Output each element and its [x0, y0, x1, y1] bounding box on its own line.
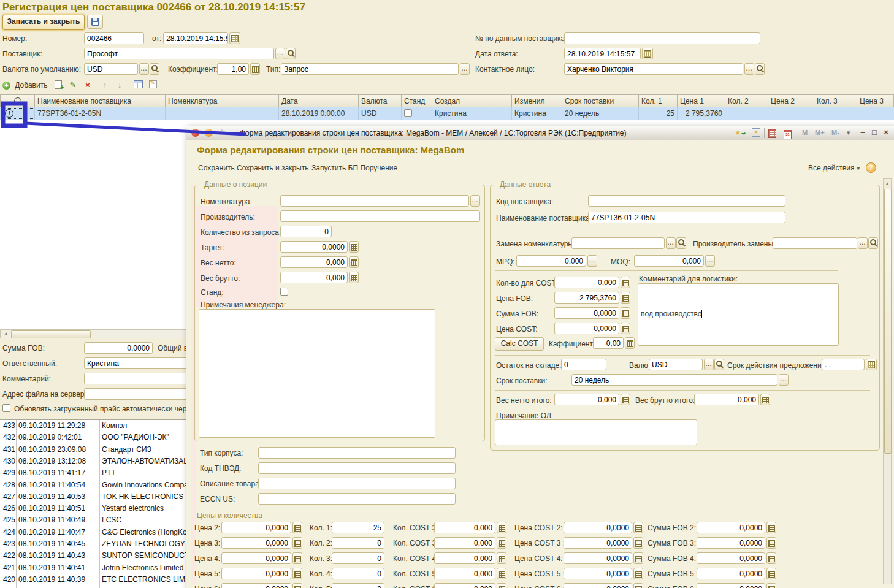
column-header[interactable]: Цена 3 [857, 94, 894, 107]
price-cost-n-input[interactable]: 0,0000 [564, 537, 632, 549]
gross-weight-calc-button[interactable] [349, 272, 359, 283]
price-n-input[interactable]: 0,0000 [221, 522, 291, 533]
calendar-31-icon[interactable]: 31 [784, 129, 792, 139]
qty-cost-n-input[interactable]: 0,000 [434, 583, 495, 588]
cmd-save-close[interactable]: Сохранить и закрыть [237, 164, 308, 172]
moq-input[interactable]: 0,000 [634, 255, 704, 267]
supplier-code-input[interactable] [588, 195, 785, 207]
qty-request-input[interactable]: 0 [280, 226, 332, 237]
currency-search-button[interactable] [150, 63, 159, 75]
calc-button[interactable] [292, 583, 302, 588]
calc-button[interactable] [292, 537, 302, 549]
stand-checkbox[interactable] [280, 288, 288, 296]
calc-button[interactable] [633, 552, 643, 564]
price-n-input[interactable]: 0,0000 [221, 552, 291, 564]
nomenclature-input[interactable] [280, 195, 469, 207]
supplier-search-button[interactable] [286, 48, 296, 59]
calc-button[interactable] [292, 568, 302, 579]
nomenclature-select-button[interactable]: ... [470, 195, 480, 207]
qty-cost-n-input[interactable]: 0,000 [434, 568, 495, 579]
manager-notes-textarea[interactable] [199, 309, 435, 438]
sum-fob-n-input[interactable]: 0,0000 [697, 568, 765, 579]
column-header[interactable]: Наименование поставщика [35, 94, 166, 107]
delivery-select-button[interactable]: ... [779, 374, 789, 386]
qty-n-input[interactable]: 0 [332, 583, 384, 588]
coeff-input[interactable]: 1,00 [217, 63, 249, 75]
calc-button[interactable] [766, 522, 776, 533]
doc-date-calendar-button[interactable] [229, 32, 240, 44]
supplier-name-input[interactable]: 77SPT36-01-2-05N [588, 212, 785, 223]
menu-chevron-icon[interactable]: ▾ [847, 129, 850, 137]
calc-button[interactable] [633, 522, 643, 533]
price-list-row[interactable]: 42708.10.2019 11:40:53TOK HK ELECTRONICS [0, 491, 188, 503]
answer-date-input[interactable]: 28.10.2019 14:15:57 [564, 48, 641, 59]
help-button[interactable]: ? [866, 162, 876, 173]
descr-input[interactable] [258, 478, 456, 489]
offer-valid-calendar-button[interactable] [866, 359, 877, 370]
moq-select-button[interactable]: ... [705, 255, 715, 267]
price-list-row[interactable]: 42908.10.2019 11:41:17PTT [0, 467, 188, 479]
add-button[interactable]: + Добавить [2, 81, 47, 92]
qty-cost-n-input[interactable]: 0,000 [434, 522, 495, 533]
calc-button[interactable] [633, 537, 643, 549]
price-fob-calc-button[interactable] [621, 292, 630, 304]
delivery-input[interactable]: 20 недель [571, 374, 777, 386]
close-button[interactable]: × [881, 128, 892, 137]
qty-n-input[interactable]: 0 [332, 568, 384, 579]
calc-button[interactable] [497, 568, 506, 579]
calc-button[interactable] [497, 537, 506, 549]
case-type-input[interactable] [258, 447, 456, 459]
number-input[interactable]: 002466 [84, 32, 144, 44]
auto-update-checkbox[interactable] [2, 404, 10, 412]
op-note-textarea[interactable] [495, 419, 697, 445]
scroll-thumb[interactable] [884, 189, 892, 454]
coeff2-calc-button[interactable] [625, 337, 635, 349]
gross-weight-input[interactable]: 0,000 [280, 272, 348, 283]
mpq-input[interactable]: 0,000 [516, 255, 586, 267]
doc-date-input[interactable]: 28.10.2019 14:15:57 [163, 32, 228, 44]
mpq-select-button[interactable]: ... [587, 255, 597, 267]
coeff2-input[interactable]: 0,00 [593, 337, 624, 349]
net-total-calc-button[interactable] [621, 394, 630, 405]
tnved-input[interactable] [258, 462, 456, 474]
move-down-button[interactable]: ↓ [114, 80, 125, 93]
column-header-rows[interactable] [0, 94, 35, 107]
sum-fob-calc-button[interactable] [621, 307, 630, 319]
eccn-input[interactable] [258, 493, 456, 505]
price-list-body[interactable]: 43309.10.2019 11:29:28Компэл43209.10.201… [0, 419, 188, 588]
supplier-no-input[interactable] [564, 32, 760, 44]
scroll-thumb[interactable] [11, 330, 91, 338]
answer-date-calendar-button[interactable] [642, 48, 653, 59]
memory-m-button[interactable]: M [802, 129, 808, 136]
row-info-cell[interactable]: i [0, 107, 35, 120]
contact-select-button[interactable]: ... [744, 63, 754, 75]
edit-button[interactable]: ✎ [67, 80, 78, 93]
calc-button[interactable] [292, 522, 302, 533]
favorites-icon[interactable]: ★ [752, 128, 760, 137]
price-list-row[interactable]: 43309.10.2019 11:29:28Компэл [0, 420, 188, 432]
price-cost-input[interactable]: 0,0000 [554, 323, 619, 334]
price-cost-n-input[interactable]: 0,0000 [564, 583, 632, 588]
price-list-row[interactable]: 42308.10.2019 11:40:45ZEYUAN TECHNOLOGY [0, 538, 188, 551]
column-header[interactable]: Срок поставки [562, 94, 639, 107]
currency2-search-button[interactable] [714, 359, 724, 370]
currency-select-button[interactable]: ... [139, 63, 149, 75]
stand-checkbox[interactable] [404, 109, 412, 117]
scroll-left-button[interactable]: ◄ [1, 330, 10, 338]
memory-mplus-button[interactable]: M+ [815, 129, 825, 136]
supplier-input[interactable]: Прософт [84, 48, 274, 59]
supplier-select-button[interactable]: ... [275, 48, 285, 59]
calc-button[interactable] [497, 583, 506, 588]
save-button[interactable] [87, 15, 103, 29]
price-cost-n-input[interactable]: 0,0000 [564, 568, 632, 579]
sum-fob-n-input[interactable]: 0,0000 [697, 552, 765, 564]
maximize-button[interactable]: □ [869, 128, 880, 137]
qty-cost-input[interactable]: 0,000 [554, 277, 619, 288]
price-list-row[interactable]: 42208.10.2019 11:40:43SUNTOP SEMICONDUCT [0, 550, 188, 562]
qty-n-input[interactable]: 0 [332, 552, 384, 564]
price-list-row[interactable]: 42108.10.2019 11:40:41Jotrin Electronics… [0, 562, 188, 575]
column-header[interactable]: Изменил [512, 94, 562, 107]
target-input[interactable]: 0,0000 [280, 241, 348, 253]
price-cost-n-input[interactable]: 0,0000 [564, 522, 632, 533]
currency2-select-button[interactable]: ... [704, 359, 714, 370]
